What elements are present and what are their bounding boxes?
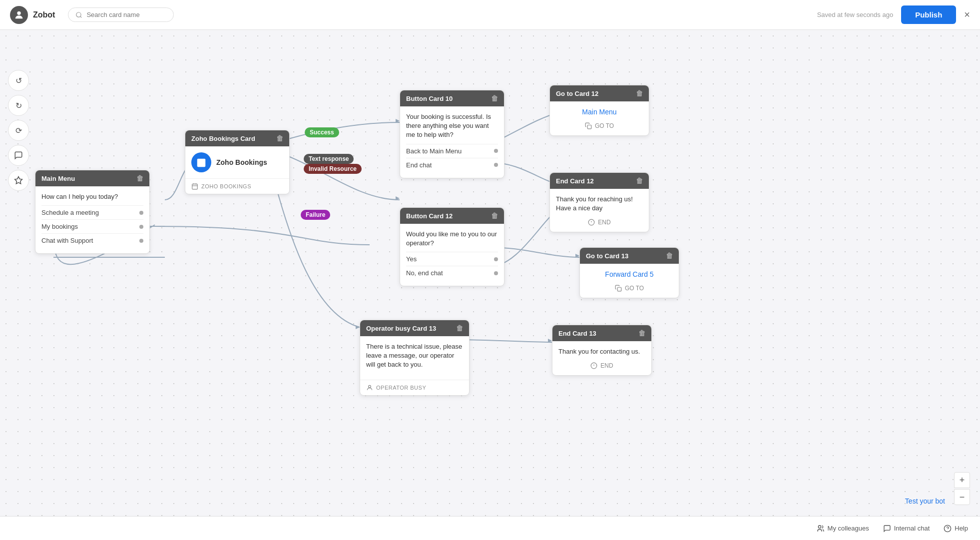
publish-button[interactable]: Publish bbox=[901, 5, 956, 24]
goto-card-12-title: Go to Card 12 bbox=[556, 90, 598, 97]
button-card-10-body: Your booking is successful. Is there any… bbox=[400, 106, 504, 178]
option-connector-no bbox=[494, 271, 498, 275]
end-card-13-title: End Card 13 bbox=[558, 330, 596, 337]
goto-card-13-delete[interactable]: 🗑 bbox=[666, 252, 673, 260]
search-icon bbox=[75, 11, 82, 18]
search-input[interactable] bbox=[86, 11, 166, 18]
goto-card-12-top: Go to Card 12 🗑 Main Menu GO TO bbox=[549, 85, 649, 136]
zoom-controls: + − bbox=[954, 472, 970, 505]
chat-button[interactable] bbox=[8, 145, 29, 166]
operator-busy-body: There is a technical issue, please leave… bbox=[360, 336, 469, 380]
logo-area: Zobot bbox=[10, 6, 55, 24]
failure-label: Failure bbox=[301, 210, 330, 220]
option-connector-2 bbox=[139, 225, 143, 229]
button-card-10-option-1: Back to Main Menu bbox=[406, 144, 498, 158]
button-card-12-option-1: Yes bbox=[406, 252, 498, 266]
end-card-12-text: Thank you for reaching us! Have a nice d… bbox=[556, 195, 643, 213]
main-menu-card: Main Menu 🗑 How can I help you today? Sc… bbox=[35, 170, 150, 254]
zoho-bookings-card: Zoho Bookings Card 🗑 Zoho Bookings ZOHO … bbox=[185, 130, 290, 194]
refresh-button[interactable]: ⟳ bbox=[8, 120, 29, 141]
close-button[interactable]: × bbox=[964, 9, 970, 20]
saved-text: Saved at few seconds ago bbox=[817, 11, 894, 18]
zoho-service-display: Zoho Bookings bbox=[185, 146, 289, 178]
goto-card-13-header: Go to Card 13 🗑 bbox=[580, 248, 679, 264]
undo-button[interactable]: ↺ bbox=[8, 70, 29, 91]
main-menu-option-2: My bookings bbox=[41, 219, 143, 233]
end-card-13-header: End Card 13 🗑 bbox=[552, 325, 651, 341]
button-card-12-delete[interactable]: 🗑 bbox=[491, 212, 498, 220]
end-card-13-text: Thank you for contacting us. bbox=[558, 347, 645, 356]
main-menu-title: Main Menu bbox=[41, 175, 75, 182]
header-right: Saved at few seconds ago Publish × bbox=[817, 5, 970, 24]
header: Zobot Saved at few seconds ago Publish × bbox=[0, 0, 980, 30]
zoho-card-footer: ZOHO BOOKINGS bbox=[185, 178, 289, 194]
button-card-10-header: Button Card 10 🗑 bbox=[400, 90, 504, 106]
button-card-10: Button Card 10 🗑 Your booking is success… bbox=[400, 90, 504, 178]
zoho-service-name: Zoho Bookings bbox=[216, 158, 267, 166]
bottom-bar: My colleagues Internal chat Help bbox=[0, 516, 980, 540]
redo-button[interactable]: ↻ bbox=[8, 95, 29, 116]
svg-point-26 bbox=[369, 385, 371, 388]
button-card-12-text: Would you like me to you to our operator… bbox=[406, 230, 498, 248]
goto-card-13-label: GO TO bbox=[625, 285, 644, 292]
text-response-label: Text response bbox=[304, 154, 354, 164]
zoom-out-button[interactable]: − bbox=[954, 489, 970, 505]
test-bot-button[interactable]: Test your bot bbox=[905, 497, 945, 505]
button-card-12-option-2: No, end chat bbox=[406, 266, 498, 280]
logo-icon bbox=[10, 6, 28, 24]
star-button[interactable] bbox=[8, 170, 29, 191]
goto-card-12-header: Go to Card 12 🗑 bbox=[550, 85, 649, 101]
end-card-13: End Card 13 🗑 Thank you for contacting u… bbox=[552, 325, 652, 376]
operator-busy-delete[interactable]: 🗑 bbox=[456, 324, 463, 332]
goto-card-13-title: Go to Card 13 bbox=[586, 252, 628, 260]
invalid-resource-label: Invalid Resource bbox=[304, 164, 362, 174]
svg-marker-6 bbox=[396, 196, 400, 200]
option-connector-yes bbox=[494, 257, 498, 261]
internal-chat-item[interactable]: Internal chat bbox=[883, 525, 930, 533]
success-label: Success bbox=[305, 127, 339, 137]
button-card-12-header: Button Card 12 🗑 bbox=[400, 208, 504, 224]
svg-rect-13 bbox=[197, 159, 206, 167]
svg-marker-12 bbox=[15, 177, 22, 184]
svg-rect-17 bbox=[192, 184, 198, 189]
goto-card-13-action: GO TO bbox=[586, 285, 673, 292]
main-menu-delete[interactable]: 🗑 bbox=[136, 174, 143, 182]
end-card-13-label: END bbox=[600, 362, 613, 369]
end-card-13-delete[interactable]: 🗑 bbox=[638, 329, 645, 337]
end-card-12-delete[interactable]: 🗑 bbox=[636, 177, 643, 185]
colleagues-icon bbox=[817, 525, 825, 533]
goto-card-13-body: Forward Card 5 GO TO bbox=[580, 264, 679, 298]
left-toolbar: ↺ ↻ ⟳ bbox=[8, 70, 29, 191]
operator-busy-label: OPERATOR BUSY bbox=[376, 385, 426, 391]
my-colleagues-item[interactable]: My colleagues bbox=[817, 525, 869, 533]
goto-card-12-delete[interactable]: 🗑 bbox=[636, 89, 643, 97]
goto-action-label: GO TO bbox=[595, 122, 614, 129]
main-menu-question: How can I help you today? bbox=[41, 192, 143, 201]
zoom-in-button[interactable]: + bbox=[954, 472, 970, 488]
goto-card-12-link[interactable]: Main Menu bbox=[582, 108, 616, 116]
option-connector-ec bbox=[494, 163, 498, 167]
svg-marker-7 bbox=[356, 325, 360, 329]
canvas: ↺ ↻ ⟳ Main Menu 🗑 How can I help you tod… bbox=[0, 30, 980, 540]
option-connector-3 bbox=[139, 239, 143, 243]
svg-point-30 bbox=[818, 526, 821, 528]
svg-rect-21 bbox=[587, 125, 591, 129]
zoho-bookings-delete[interactable]: 🗑 bbox=[276, 134, 283, 142]
operator-busy-text: There is a technical issue, please leave… bbox=[366, 342, 463, 370]
zoho-footer-label: ZOHO BOOKINGS bbox=[201, 183, 251, 189]
internal-chat-icon bbox=[883, 525, 891, 533]
zoho-bookings-title: Zoho Bookings Card bbox=[191, 135, 255, 142]
button-card-10-delete[interactable]: 🗑 bbox=[491, 94, 498, 102]
help-item[interactable]: Help bbox=[944, 525, 968, 533]
svg-point-1 bbox=[76, 12, 81, 16]
button-card-10-option-2: End chat bbox=[406, 158, 498, 172]
app-name: Zobot bbox=[33, 10, 55, 19]
goto-card-13-link[interactable]: Forward Card 5 bbox=[605, 270, 653, 278]
help-icon bbox=[944, 525, 952, 533]
button-card-12-title: Button Card 12 bbox=[406, 212, 453, 220]
operator-busy-header: Operator busy Card 13 🗑 bbox=[360, 320, 469, 336]
goto-card-12-body: Main Menu GO TO bbox=[550, 101, 649, 135]
end-card-12-body: Thank you for reaching us! Have a nice d… bbox=[550, 189, 649, 232]
svg-line-2 bbox=[80, 16, 82, 17]
search-bar[interactable] bbox=[68, 7, 174, 22]
